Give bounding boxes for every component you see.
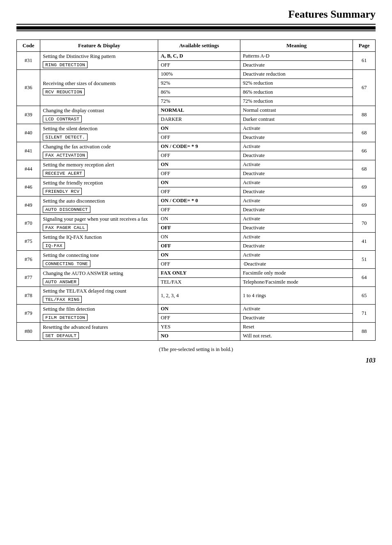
feature-cell: Setting the film detectionFILM DETECTION: [40, 305, 158, 323]
meaning-cell: 72% reduction: [240, 97, 353, 106]
setting-cell: OFF: [158, 242, 240, 251]
table-row: #41Changing the fax activation codeFAX A…: [17, 142, 376, 151]
code-cell: #40: [17, 124, 40, 142]
meaning-cell: Darker contrast: [240, 115, 353, 124]
setting-cell: ON: [158, 160, 240, 169]
code-cell: #31: [17, 52, 40, 70]
meaning-cell: Activate: [240, 251, 353, 260]
page-cell: 64: [353, 269, 376, 287]
setting-cell: ON / CODE= * 0: [158, 196, 240, 206]
feature-cell: Setting the IQ-FAX functionIQ-FAX: [40, 233, 158, 251]
page-number: 103: [16, 357, 376, 364]
setting-cell: ON: [158, 124, 240, 133]
feature-desc: Changing the AUTO ANSWER setting: [43, 270, 155, 277]
feature-display: FAX ACTIVATION: [43, 152, 88, 159]
feature-display: RING DETECTION: [43, 61, 88, 68]
setting-cell: ON: [158, 178, 240, 187]
feature-display: FRIENDLY RCV: [43, 188, 82, 195]
feature-display: FAX PAGER CALL: [43, 224, 88, 231]
code-cell: #76: [17, 251, 40, 269]
table-row: #70Signaling your pager when your unit r…: [17, 215, 376, 224]
setting-cell: 86%: [158, 88, 240, 97]
code-cell: #79: [17, 305, 40, 323]
meaning-cell: Deactivate reduction: [240, 70, 353, 79]
setting-cell: OFF: [158, 206, 240, 215]
page-cell: 70: [353, 215, 376, 233]
feature-desc: Setting the silent detection: [43, 126, 155, 132]
table-row: #31Setting the Distinctive Ring patternR…: [17, 52, 376, 61]
setting-cell: NO: [158, 332, 240, 341]
meaning-cell: Will not reset.: [240, 332, 353, 341]
col-code: Code: [17, 40, 40, 52]
feature-display: SILENT DETECT.: [43, 134, 88, 141]
table-row: #40Setting the silent detectionSILENT DE…: [17, 124, 376, 133]
feature-cell: Changing the display contrastLCD CONTRAS…: [40, 106, 158, 124]
meaning-cell: ·Deactivate: [240, 260, 353, 269]
code-cell: #75: [17, 233, 40, 251]
setting-cell: OFF: [158, 187, 240, 196]
setting-cell: ON: [158, 251, 240, 260]
setting-cell: TEL/FAX: [158, 278, 240, 287]
code-cell: #80: [17, 323, 40, 341]
feature-cell: Setting the Distinctive Ring patternRING…: [40, 52, 158, 70]
meaning-cell: Deactivate: [240, 133, 353, 142]
meaning-cell: Activate: [240, 178, 353, 187]
feature-desc: Setting the film detection: [43, 306, 155, 312]
page-cell: 69: [353, 196, 376, 215]
meaning-cell: Activate: [240, 160, 353, 169]
meaning-cell: Deactivate: [240, 224, 353, 233]
feature-desc: Setting the memory reception alert: [43, 162, 155, 168]
meaning-cell: Normal contrast: [240, 106, 353, 115]
setting-cell: 72%: [158, 97, 240, 106]
setting-cell: OFF: [158, 151, 240, 160]
features-table: Code Feature & Display Available setting…: [16, 39, 376, 341]
feature-desc: Receiving other sizes of documents: [43, 81, 155, 87]
col-page: Page: [353, 40, 376, 52]
table-row: #78Setting the TEL/FAX delayed ring coun…: [17, 287, 376, 305]
page-cell: 65: [353, 287, 376, 305]
code-cell: #36: [17, 70, 40, 106]
table-row: #44Setting the memory reception alertREC…: [17, 160, 376, 169]
page-cell: 88: [353, 106, 376, 124]
feature-desc: Setting the auto disconnection: [43, 198, 155, 204]
page-cell: 67: [353, 70, 376, 106]
setting-cell: OFF: [158, 61, 240, 70]
setting-cell: 1, 2, 3, 4: [158, 287, 240, 305]
feature-desc: Signaling your pager when your unit rece…: [43, 216, 155, 222]
code-cell: #70: [17, 215, 40, 233]
page-cell: 66: [353, 142, 376, 160]
setting-cell: 100%: [158, 70, 240, 79]
table-row: #75Setting the IQ-FAX functionIQ-FAXONAc…: [17, 233, 376, 242]
setting-cell: A, B, C, D: [158, 52, 240, 61]
feature-cell: Setting the friendly receptionFRIENDLY R…: [40, 178, 158, 196]
page-title: Features Summary: [16, 8, 376, 25]
meaning-cell: Facsimile only mode: [240, 269, 353, 278]
meaning-cell: Activate: [240, 215, 353, 224]
thin-bar: [16, 30, 376, 31]
setting-cell: OFF: [158, 260, 240, 269]
feature-cell: Setting the silent detectionSILENT DETEC…: [40, 124, 158, 142]
table-row: #76Setting the connecting toneCONNECTING…: [17, 251, 376, 260]
setting-cell: OFF: [158, 169, 240, 178]
table-row: #39Changing the display contrastLCD CONT…: [17, 106, 376, 115]
table-row: #46Setting the friendly receptionFRIENDL…: [17, 178, 376, 187]
table-row: #49Setting the auto disconnectionAUTO DI…: [17, 196, 376, 206]
col-meaning: Meaning: [240, 40, 353, 52]
code-cell: #49: [17, 196, 40, 215]
meaning-cell: Deactivate: [240, 151, 353, 160]
feature-desc: Setting the Distinctive Ring pattern: [43, 53, 155, 60]
feature-desc: Setting the connecting tone: [43, 252, 155, 259]
setting-cell: YES: [158, 323, 240, 332]
setting-cell: ON / CODE= * 9: [158, 142, 240, 151]
feature-display: IQ-FAX: [43, 242, 65, 249]
meaning-cell: Deactivate: [240, 187, 353, 196]
table-row: #79Setting the film detectionFILM DETECT…: [17, 305, 376, 314]
code-cell: #78: [17, 287, 40, 305]
page-cell: 41: [353, 233, 376, 251]
feature-cell: Setting the connecting toneCONNECTING TO…: [40, 251, 158, 269]
feature-desc: Setting the IQ-FAX function: [43, 234, 155, 240]
page-cell: 68: [353, 160, 376, 178]
feature-cell: Receiving other sizes of documentsRCV RE…: [40, 70, 158, 106]
code-cell: #39: [17, 106, 40, 124]
meaning-cell: Telephone/Facsimile mode: [240, 278, 353, 287]
